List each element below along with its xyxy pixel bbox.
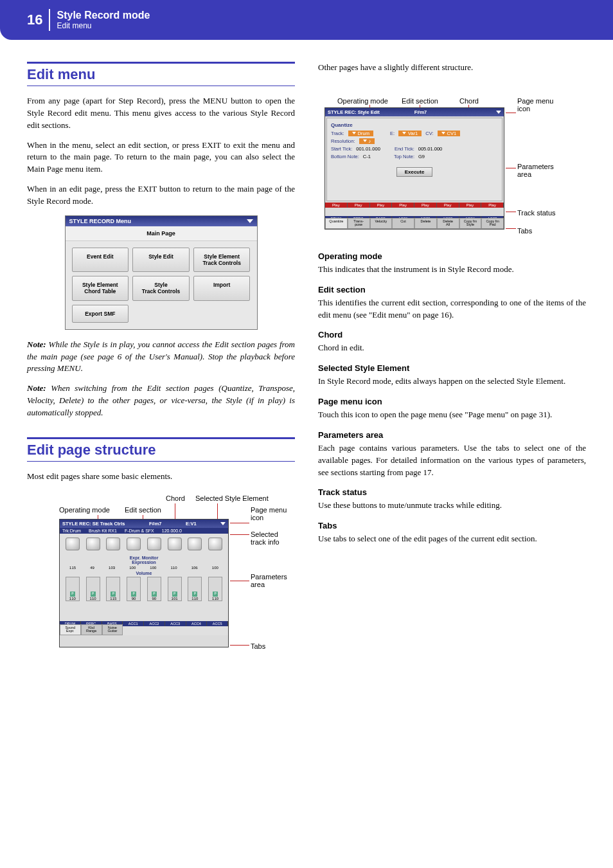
label-selected-style-element: Selected Style Element xyxy=(195,494,269,502)
label-parameters-area: Parametersarea xyxy=(251,573,287,588)
ss-title-right: E:V1 xyxy=(186,521,197,527)
menu-import: Import xyxy=(193,276,251,300)
menu-style-track-controls: StyleTrack Controls xyxy=(132,276,190,300)
label-edit-section: Edit section xyxy=(402,97,438,105)
sub-chord: Chord xyxy=(318,330,586,339)
para: This indicates that the instrument is in… xyxy=(318,264,586,276)
label-track-status: Track status xyxy=(517,209,556,217)
ss-title-mid: F#m7 xyxy=(149,521,162,527)
para: Chord in edit. xyxy=(318,342,586,354)
menu-event-edit: Event Edit xyxy=(72,248,129,272)
dropdown-icon xyxy=(220,522,226,525)
label-edit-section: Edit section xyxy=(125,506,161,514)
label-chord: Chord xyxy=(166,494,185,502)
sub-operating-mode: Operating mode xyxy=(318,251,586,261)
sub-page-menu-icon: Page menu icon xyxy=(318,397,586,406)
label-tabs: Tabs xyxy=(251,642,265,650)
ss-title-left: STYLE REC: SE Track Ctrls xyxy=(62,521,125,527)
para: This identifies the current edit section… xyxy=(318,297,586,321)
section-edit-menu: Edit menu xyxy=(27,62,295,86)
sub-parameters-area: Parameters area xyxy=(318,430,586,440)
para: Use tabs to select one of the edit pages… xyxy=(318,533,586,545)
para: Each page contains various parameters. U… xyxy=(318,442,586,479)
para: From any page (apart for Step Record), p… xyxy=(27,95,295,132)
execute-button: Execute xyxy=(396,167,433,177)
menu-title: STYLE RECORD Menu xyxy=(69,218,132,224)
header-divider xyxy=(49,9,50,31)
ss-title-mid: F#m7 xyxy=(414,109,427,115)
note: Note: When switching from the Edit secti… xyxy=(27,383,295,419)
header-subtitle: Edit menu xyxy=(57,21,150,30)
para: Use these buttons to mute/unmute tracks … xyxy=(318,500,586,512)
para: In Style Record mode, edits always happe… xyxy=(318,375,586,388)
sub-track-status: Track status xyxy=(318,487,586,497)
left-column: Edit menu From any page (apart for Step … xyxy=(27,62,295,658)
screenshot-style-edit: STYLE REC: Style Edit F#m7 Quantize Trac… xyxy=(324,107,504,230)
right-column: Other pages have a slightly different st… xyxy=(318,62,586,658)
label-parameters-area: Parametersarea xyxy=(517,163,554,178)
menu-export-smf: Export SMF xyxy=(72,305,129,323)
sub-selected-style-element: Selected Style Element xyxy=(318,363,586,373)
sub-edit-section: Edit section xyxy=(318,285,586,294)
para: When in the menu, select an edit section… xyxy=(27,140,295,176)
label-tabs: Tabs xyxy=(517,227,532,235)
para: Touch this icon to open the page menu (s… xyxy=(318,409,586,421)
menu-main-page: Main Page xyxy=(66,226,257,241)
ss-title-left: STYLE REC: Style Edit xyxy=(328,109,380,115)
label-operating-mode: Operating mode xyxy=(337,97,388,105)
dropdown-icon xyxy=(247,219,253,223)
label-operating-mode: Operating mode xyxy=(59,506,110,514)
para: When in an edit page, press the EXIT but… xyxy=(27,183,295,208)
section-edit-page-structure: Edit page structure xyxy=(27,437,295,462)
menu-style-edit: Style Edit xyxy=(132,248,190,272)
menu-se-track-controls: Style ElementTrack Controls xyxy=(193,248,251,272)
style-record-menu-screenshot: STYLE RECORD Menu Main Page Event Edit S… xyxy=(65,215,258,330)
para: Most edit pages share some basic element… xyxy=(27,471,295,483)
annotated-screenshot-1: Operating mode Edit section Chord Select… xyxy=(27,491,295,658)
dropdown-icon xyxy=(496,111,501,114)
label-chord: Chord xyxy=(459,97,479,105)
sub-tabs: Tabs xyxy=(318,521,586,530)
note: Note: While the Style is in play, you ca… xyxy=(27,339,295,375)
annotated-screenshot-2: Operating mode Edit section Chord Page m… xyxy=(318,82,586,242)
label-selected-track-info: Selectedtrack info xyxy=(251,530,280,546)
screenshot-se-track-ctrls: STYLE REC: SE Track Ctrls F#m7 E:V1 Trk:… xyxy=(59,519,229,647)
label-page-menu-icon: Page menuicon xyxy=(251,506,287,521)
header-title: Style Record mode xyxy=(57,9,150,21)
menu-se-chord-table: Style ElementChord Table xyxy=(72,276,129,300)
page-number: 16 xyxy=(27,12,42,28)
para: Other pages have a slightly different st… xyxy=(318,62,586,74)
page-header: 16 Style Record mode Edit menu xyxy=(0,0,613,40)
label-page-menu-icon: Page menuicon xyxy=(517,97,553,113)
